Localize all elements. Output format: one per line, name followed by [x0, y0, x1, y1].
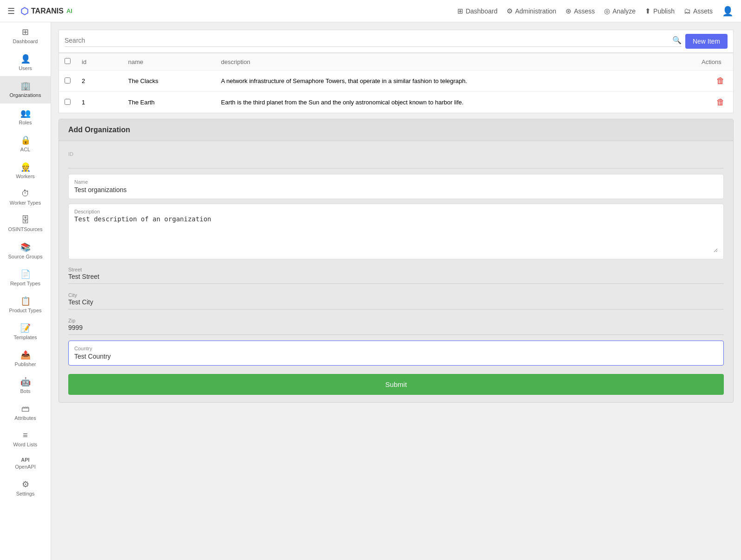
nav-administration[interactable]: ⚙ Administration — [507, 7, 556, 15]
row-name: The Earth — [123, 92, 215, 113]
select-all-checkbox[interactable] — [65, 58, 71, 64]
nav-assets-label: Assets — [693, 7, 713, 15]
sidebar-label-product-types: Product Types — [9, 308, 41, 314]
nav-analyze[interactable]: ◎ Analyze — [604, 7, 636, 15]
sidebar-label-workers: Workers — [16, 174, 35, 180]
id-field-group: ID — [68, 148, 724, 168]
row-name: The Clacks — [123, 71, 215, 92]
row-actions: 🗑 — [696, 92, 733, 113]
sidebar-item-worker-types[interactable]: ⏱ Worker Types — [0, 184, 51, 211]
delete-button[interactable]: 🗑 — [714, 75, 728, 87]
user-avatar-icon[interactable]: 👤 — [722, 6, 734, 17]
nav-dashboard-label: Dashboard — [466, 7, 498, 15]
sidebar-item-product-types[interactable]: 📋 Product Types — [0, 291, 51, 318]
row-checkbox[interactable] — [65, 99, 71, 105]
sidebar-item-publisher[interactable]: 📤 Publisher — [0, 345, 51, 372]
city-label: City — [68, 292, 724, 298]
sidebar-item-organizations[interactable]: 🏢 Organizations — [0, 76, 51, 103]
zip-input[interactable] — [68, 324, 724, 331]
submit-button[interactable]: Submit — [68, 374, 724, 395]
name-field-group: Name — [68, 174, 724, 199]
description-input[interactable] — [74, 215, 718, 252]
sidebar: ⊞ Dashboard 👤 Users 🏢 Organizations 👥 Ro… — [0, 22, 51, 560]
hamburger-icon[interactable]: ☰ — [7, 6, 15, 16]
assets-icon: 🗂 — [684, 7, 691, 15]
sidebar-label-dashboard: Dashboard — [13, 39, 38, 45]
street-input[interactable] — [68, 273, 724, 280]
organizations-table: id name description Actions 2 The Clacks… — [58, 53, 734, 113]
dashboard-sidebar-icon: ⊞ — [22, 27, 29, 37]
sidebar-label-settings: Settings — [16, 491, 35, 497]
sidebar-item-users[interactable]: 👤 Users — [0, 49, 51, 76]
sidebar-item-templates[interactable]: 📝 Templates — [0, 318, 51, 345]
form-body: ID Name Description Street — [59, 141, 733, 402]
brand-logo: ⬡ TARANIS AI — [20, 6, 72, 17]
sidebar-item-openapi[interactable]: API OpenAPI — [0, 452, 51, 475]
main-layout: ⊞ Dashboard 👤 Users 🏢 Organizations 👥 Ro… — [0, 22, 741, 560]
sidebar-item-acl[interactable]: 🔒 ACL — [0, 130, 51, 157]
sidebar-item-roles[interactable]: 👥 Roles — [0, 103, 51, 130]
id-input[interactable] — [68, 157, 724, 165]
organizations-sidebar-icon: 🏢 — [20, 81, 31, 91]
bots-sidebar-icon: 🤖 — [20, 377, 31, 387]
sidebar-item-dashboard[interactable]: ⊞ Dashboard — [0, 22, 51, 49]
th-name: name — [123, 53, 215, 71]
name-label: Name — [74, 179, 718, 185]
sidebar-item-source-groups[interactable]: 📚 Source Groups — [0, 238, 51, 264]
nav-left: ☰ ⬡ TARANIS AI — [7, 6, 72, 17]
sidebar-item-osint-sources[interactable]: 🗄 OSINTSources — [0, 211, 51, 237]
product-types-sidebar-icon: 📋 — [20, 296, 31, 306]
th-id: id — [76, 53, 123, 71]
acl-sidebar-icon: 🔒 — [20, 135, 31, 145]
name-input[interactable] — [74, 186, 718, 193]
sidebar-label-worker-types: Worker Types — [10, 200, 41, 206]
source-groups-sidebar-icon: 📚 — [20, 242, 31, 252]
publisher-sidebar-icon: 📤 — [20, 350, 31, 360]
row-description: A network infrastructure of Semaphore To… — [215, 71, 696, 92]
sidebar-label-report-types: Report Types — [10, 281, 40, 287]
publish-icon: ⬆ — [645, 7, 651, 15]
nav-administration-label: Administration — [515, 7, 556, 15]
osint-sources-sidebar-icon: 🗄 — [21, 215, 30, 225]
sidebar-item-settings[interactable]: ⚙ Settings — [0, 475, 51, 502]
sidebar-label-attributes: Attributes — [14, 415, 36, 421]
zip-field-group: Zip — [68, 315, 724, 335]
row-checkbox[interactable] — [65, 77, 71, 84]
nav-assess[interactable]: ⊛ Assess — [566, 7, 595, 15]
sidebar-item-workers[interactable]: 👷 Workers — [0, 157, 51, 184]
sidebar-item-bots[interactable]: 🤖 Bots — [0, 372, 51, 399]
nav-dashboard[interactable]: ⊞ Dashboard — [457, 7, 498, 15]
sidebar-label-users: Users — [19, 65, 32, 71]
nav-publish[interactable]: ⬆ Publish — [645, 7, 675, 15]
attributes-sidebar-icon: 🗃 — [21, 404, 30, 414]
sidebar-item-word-lists[interactable]: ≡ Word Lists — [0, 426, 51, 452]
city-field-group: City — [68, 290, 724, 309]
sidebar-label-templates: Templates — [13, 335, 37, 341]
city-input[interactable] — [68, 298, 724, 306]
brand-ai-label: AI — [66, 7, 72, 14]
description-label: Description — [74, 209, 718, 214]
row-checkbox-cell — [59, 71, 76, 92]
word-lists-sidebar-icon: ≡ — [23, 431, 28, 440]
taranis-logo-icon: ⬡ — [20, 6, 28, 17]
content-area: 🔍 New Item id name description Actions — [51, 22, 741, 560]
select-all-header — [59, 53, 76, 71]
search-input[interactable] — [65, 37, 672, 44]
nav-assets[interactable]: 🗂 Assets — [684, 7, 713, 15]
nav-right: ⊞ Dashboard ⚙ Administration ⊛ Assess ◎ … — [457, 6, 734, 17]
form-title: Add Organization — [59, 119, 733, 141]
th-actions: Actions — [696, 53, 733, 71]
sidebar-label-source-groups: Source Groups — [8, 254, 43, 260]
row-checkbox-cell — [59, 92, 76, 113]
dashboard-icon: ⊞ — [457, 7, 463, 15]
sidebar-item-attributes[interactable]: 🗃 Attributes — [0, 399, 51, 426]
sidebar-item-report-types[interactable]: 📄 Report Types — [0, 264, 51, 291]
country-input[interactable] — [74, 353, 718, 360]
sidebar-label-publisher: Publisher — [15, 361, 36, 367]
table: id name description Actions 2 The Clacks… — [59, 53, 733, 113]
search-icon: 🔍 — [672, 36, 682, 45]
sidebar-label-roles: Roles — [19, 120, 32, 126]
new-item-button[interactable]: New Item — [685, 34, 728, 49]
delete-button[interactable]: 🗑 — [714, 97, 728, 108]
search-bar: 🔍 — [65, 36, 682, 47]
